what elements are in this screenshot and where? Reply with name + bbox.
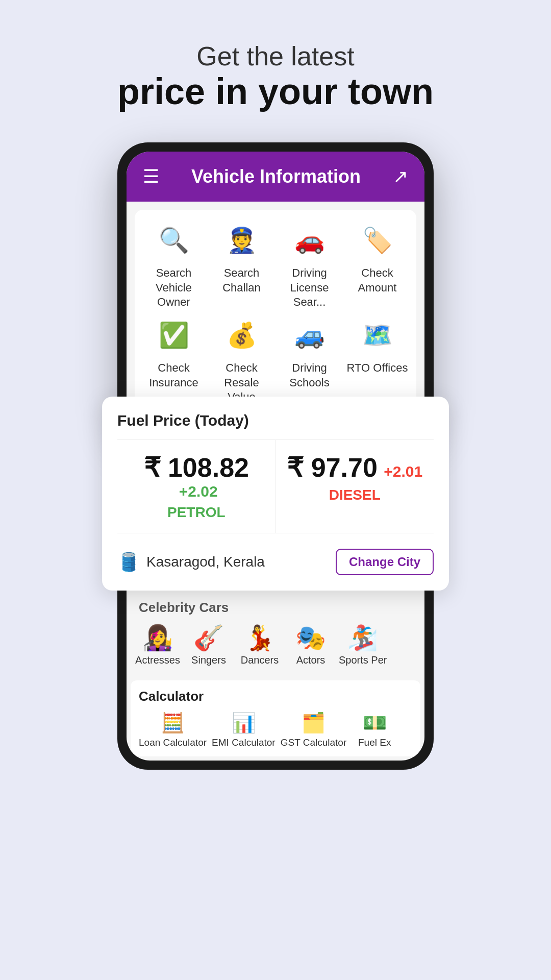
fuel-calc-label: Fuel Ex [358,737,391,748]
fuel-price-card: Fuel Price (Today) ₹ 108.82 +2.02 PETROL… [102,397,449,591]
diesel-label: DIESEL [286,487,424,503]
check-insurance-label: Check Insurance [143,361,205,390]
petrol-price: ₹ 108.82 [144,453,249,482]
grid-item-check-amount[interactable]: 🏷️ Check Amount [347,220,408,310]
diesel-price: ₹ 97.70 [287,453,378,482]
rto-offices-label: RTO Offices [347,361,408,376]
actors-label: Actors [296,654,325,666]
grid-row-1: 🔍 Search Vehicle Owner 👮 Search Challan … [140,220,411,310]
driving-schools-icon: 🚙 [289,315,330,356]
phone-screen-top: ☰ Vehicle Information ↗ 🔍 Search Vehicle… [127,152,424,428]
sports-label: Sports Per [339,654,387,666]
hero-subtitle: Get the latest [20,41,531,71]
check-amount-icon: 🏷️ [357,220,398,261]
hamburger-icon[interactable]: ☰ [143,166,159,187]
calculator-section: Calculator 🧮 Loan Calculator 📊 EMI Calcu… [131,680,420,756]
calc-item-emi[interactable]: 📊 EMI Calculator [212,712,276,748]
check-amount-label: Check Amount [347,266,408,295]
celebrity-section-header: Celebrity Cars [127,591,424,621]
check-insurance-icon: ✅ [154,315,194,356]
celebrity-item-actors[interactable]: 🎭 Actors [288,626,334,666]
loan-calc-icon: 🧮 [161,712,185,734]
change-city-button[interactable]: Change City [336,549,434,575]
calc-item-loan[interactable]: 🧮 Loan Calculator [139,712,207,748]
singers-icon: 🎸 [193,626,224,650]
actresses-label: Actresses [135,654,180,666]
calc-item-fuel[interactable]: 💵 Fuel Ex [352,712,397,748]
gst-calc-label: GST Calculator [281,737,347,748]
singers-label: Singers [191,654,226,666]
actresses-icon: 👩‍🎤 [142,626,173,650]
celebrity-item-singers[interactable]: 🎸 Singers [186,626,232,666]
fuel-calc-icon: 💵 [363,712,387,734]
diesel-change: +2.01 [384,463,422,480]
hero-title: price in your town [20,71,531,112]
share-icon[interactable]: ↗ [393,166,408,187]
grid-item-resale-value[interactable]: 💰 Check Resale Value [211,315,272,405]
fuel-prices-row: ₹ 108.82 +2.02 PETROL ₹ 97.70 +2.01 DIES… [117,439,434,533]
phone-top: ☰ Vehicle Information ↗ 🔍 Search Vehicle… [117,142,434,437]
petrol-change: +2.02 [179,483,218,500]
app-title: Vehicle Information [191,166,361,187]
calculator-title: Calculator [139,689,412,704]
search-challan-label: Search Challan [211,266,272,295]
phone-frame-bottom: Celebrity Cars 👩‍🎤 Actresses 🎸 Singers 💃… [117,591,434,770]
gst-calc-icon: 🗂️ [302,712,325,734]
phone-frame-top: ☰ Vehicle Information ↗ 🔍 Search Vehicle… [117,142,434,437]
fuel-card-title: Fuel Price (Today) [117,412,434,429]
grid-row-2: ✅ Check Insurance 💰 Check Resale Value 🚙… [140,315,411,405]
resale-value-icon: 💰 [221,315,262,356]
grid-item-search-vehicle[interactable]: 🔍 Search Vehicle Owner [143,220,205,310]
vehicle-grid-card: 🔍 Search Vehicle Owner 👮 Search Challan … [135,210,416,420]
phone-bottom: Celebrity Cars 👩‍🎤 Actresses 🎸 Singers 💃… [117,591,434,770]
app-header: ☰ Vehicle Information ↗ [127,152,424,202]
petrol-label: PETROL [128,504,265,521]
driving-license-icon: 🚗 [289,220,330,261]
search-vehicle-label: Search Vehicle Owner [143,266,205,310]
fuel-location-row: 🛢️ Kasaragod, Kerala Change City [117,544,434,575]
emi-calc-icon: 📊 [232,712,256,734]
celebrity-item-actresses[interactable]: 👩‍🎤 Actresses [135,626,181,666]
sports-icon: 🏂 [347,626,378,650]
grid-item-rto-offices[interactable]: 🗺️ RTO Offices [347,315,408,405]
search-challan-icon: 👮 [221,220,262,261]
phone-mockup-wrapper: ☰ Vehicle Information ↗ 🔍 Search Vehicle… [0,132,551,770]
dancers-label: Dancers [241,654,279,666]
calc-item-gst[interactable]: 🗂️ GST Calculator [281,712,347,748]
dancers-icon: 💃 [244,626,275,650]
location-icon: 🛢️ [117,551,140,573]
petrol-price-row: ₹ 108.82 +2.02 [128,452,265,500]
fuel-price-card-wrapper: Fuel Price (Today) ₹ 108.82 +2.02 PETROL… [92,397,459,591]
calculator-row: 🧮 Loan Calculator 📊 EMI Calculator 🗂️ GS… [139,712,412,748]
loan-calc-label: Loan Calculator [139,737,207,748]
grid-item-check-insurance[interactable]: ✅ Check Insurance [143,315,205,405]
celebrity-row: 👩‍🎤 Actresses 🎸 Singers 💃 Dancers 🎭 Acto… [127,621,424,676]
diesel-col: ₹ 97.70 +2.01 DIESEL [276,440,434,533]
actors-icon: 🎭 [295,626,326,650]
petrol-col: ₹ 108.82 +2.02 PETROL [117,440,276,533]
celebrity-item-dancers[interactable]: 💃 Dancers [237,626,283,666]
driving-schools-label: Driving Schools [279,361,340,390]
driving-license-label: Driving License Sear... [279,266,340,310]
phone-screen-bottom: Celebrity Cars 👩‍🎤 Actresses 🎸 Singers 💃… [127,591,424,761]
location-info: 🛢️ Kasaragod, Kerala [117,551,265,573]
celebrity-item-sports[interactable]: 🏂 Sports Per [339,626,387,666]
grid-item-search-challan[interactable]: 👮 Search Challan [211,220,272,310]
location-text: Kasaragod, Kerala [146,554,265,570]
search-vehicle-icon: 🔍 [154,220,194,261]
grid-item-driving-license[interactable]: 🚗 Driving License Sear... [279,220,340,310]
diesel-price-row: ₹ 97.70 +2.01 [286,452,424,483]
grid-item-driving-schools[interactable]: 🚙 Driving Schools [279,315,340,405]
emi-calc-label: EMI Calculator [212,737,276,748]
hero-section: Get the latest price in your town [0,0,551,132]
rto-offices-icon: 🗺️ [357,315,398,356]
